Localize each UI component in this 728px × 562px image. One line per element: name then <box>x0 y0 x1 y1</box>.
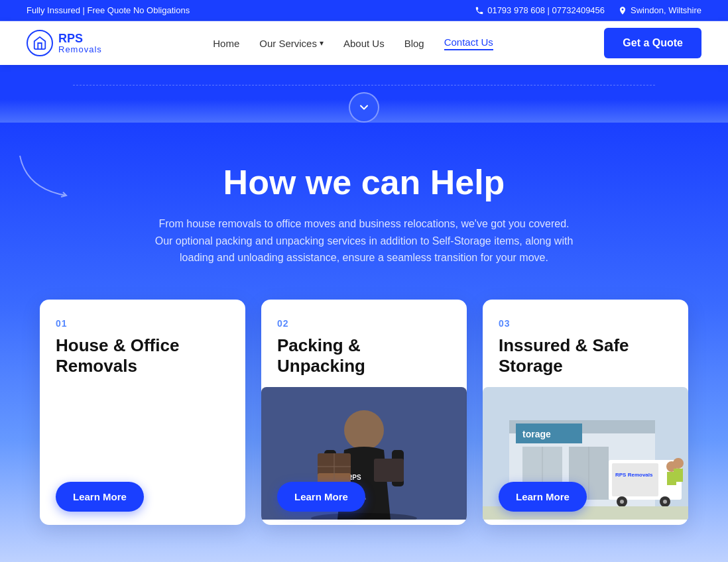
service-cards: 01 House & Office Removals <box>27 300 701 525</box>
nav-links: Home Our Services About Us Blog Contact … <box>213 36 493 50</box>
contact-info-area: 01793 978 608 | 07732409456 Swindon, Wil… <box>475 5 701 15</box>
location-info: Swindon, Wiltshire <box>618 5 701 15</box>
card-1-num: 01 <box>56 318 229 329</box>
card-1-learn-more[interactable]: Learn More <box>56 482 144 512</box>
scroll-down-button[interactable] <box>349 92 379 123</box>
svg-point-52 <box>620 500 624 504</box>
svg-text:torage: torage <box>522 429 551 439</box>
card-2-learn-more[interactable]: Learn More <box>277 482 365 512</box>
phone-info: 01793 978 608 | 07732409456 <box>475 5 605 15</box>
location-text: Swindon, Wiltshire <box>631 5 701 15</box>
brand-tagline: Removals <box>58 44 102 54</box>
svg-rect-58 <box>674 469 683 482</box>
svg-point-27 <box>344 410 384 450</box>
svg-rect-35 <box>374 459 404 482</box>
chevron-down-icon <box>357 101 371 114</box>
logo-icon <box>27 30 53 56</box>
phone-icon <box>475 6 484 15</box>
svg-point-57 <box>673 458 684 469</box>
get-quote-button[interactable]: Get a Quote <box>604 28 701 58</box>
help-section: How we can Help From house removals to o… <box>0 123 728 562</box>
card-storage: 03 Inssured & Safe Storage torage <box>483 300 688 525</box>
logo[interactable]: RPS Removals <box>27 30 102 56</box>
logo-text: RPS Removals <box>58 32 102 54</box>
card-3-num: 03 <box>499 318 672 329</box>
svg-point-54 <box>663 500 667 504</box>
help-description: From house removals to office moves and … <box>152 215 576 266</box>
tagline-text: Fully Inssured | Free Quote No Obligatio… <box>27 5 190 15</box>
card-packing: 02 Packing & Unpacking RPS Removals rpsr… <box>261 300 467 525</box>
hero-section <box>0 65 728 123</box>
brand-name: RPS <box>58 32 102 44</box>
nav-about[interactable]: About Us <box>343 38 385 49</box>
card-2-title: Packing & Unpacking <box>277 335 451 376</box>
top-bar: Fully Inssured | Free Quote No Obligatio… <box>0 0 728 21</box>
nav-home[interactable]: Home <box>213 38 239 49</box>
card-3-title: Inssured & Safe Storage <box>499 335 672 376</box>
location-icon <box>618 6 627 15</box>
nav-services[interactable]: Our Services <box>259 38 324 49</box>
svg-text:RPS Removals: RPS Removals <box>615 472 653 478</box>
card-1-title: House & Office Removals <box>56 335 229 376</box>
help-heading: How we can Help <box>27 162 701 202</box>
navbar: RPS Removals Home Our Services About Us … <box>0 21 728 65</box>
dashed-divider <box>73 85 655 85</box>
tagline-area: Fully Inssured | Free Quote No Obligatio… <box>27 5 190 15</box>
svg-rect-49 <box>612 463 658 496</box>
card-removals: 01 House & Office Removals <box>40 300 245 525</box>
card-2-num: 02 <box>277 318 451 329</box>
decorative-arrow <box>13 149 80 202</box>
nav-contact[interactable]: Contact Us <box>444 36 493 50</box>
nav-blog[interactable]: Blog <box>404 38 424 49</box>
card-3-learn-more[interactable]: Learn More <box>499 482 587 512</box>
phone-text: 01793 978 608 | 07732409456 <box>487 5 605 15</box>
